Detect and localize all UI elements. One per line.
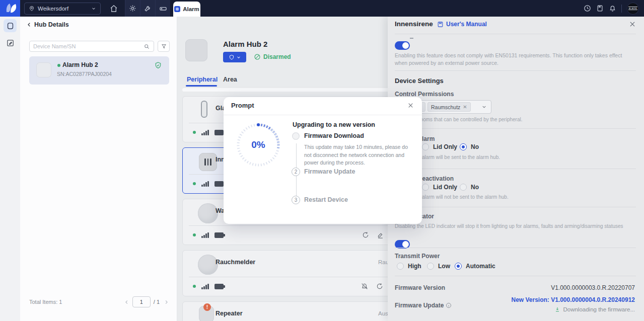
- funnel-icon: [161, 43, 167, 50]
- online-dot: [57, 64, 60, 67]
- rail-item-edit[interactable]: [4, 36, 17, 49]
- shield-icon: [229, 54, 235, 60]
- signal-strength-icon: [201, 284, 209, 289]
- home-button[interactable]: [107, 0, 121, 17]
- device-search: [29, 41, 154, 52]
- manual-icon: [437, 21, 444, 28]
- step-3-marker: 3: [292, 196, 300, 204]
- active-tab-underline: [186, 85, 217, 87]
- filter-button[interactable]: [158, 41, 170, 52]
- prev-page-button[interactable]: [124, 299, 129, 305]
- en50131-note: Enabling this feature does not comply wi…: [395, 52, 635, 67]
- tamper-alarm-option-lid-only[interactable]: Lid Only: [422, 143, 457, 150]
- history-button[interactable]: [584, 5, 591, 12]
- status-label: Disarmed: [263, 53, 291, 60]
- tamper-alarm-option-no[interactable]: No: [460, 143, 479, 150]
- users-manual-link[interactable]: User's Manual: [437, 21, 487, 28]
- glassbreak-sensor-icon: [201, 101, 207, 118]
- step-1-description: This update may take 10 minutes, please …: [304, 143, 413, 167]
- avatar[interactable]: ALARM: [627, 3, 639, 15]
- led-indicator-helper: Disabling the LED indicator will stop it…: [395, 223, 623, 229]
- online-dot: [193, 131, 196, 134]
- progress-ring: 0%: [235, 121, 282, 169]
- bell-icon: [609, 5, 616, 12]
- hub-card-sn: SN:AC02877PAJ00204: [57, 71, 112, 77]
- remote-control-button[interactable]: [155, 0, 170, 17]
- transmit-power-label: Transmit Power: [395, 253, 440, 260]
- settings-button[interactable]: [125, 0, 140, 17]
- external-power-toggle[interactable]: [395, 41, 410, 50]
- tab-peripheral[interactable]: Peripheral: [187, 76, 218, 83]
- radio-icon: [397, 263, 404, 270]
- close-icon: [629, 21, 636, 28]
- dialog-close-button[interactable]: [407, 102, 414, 109]
- test-timer-icon[interactable]: [376, 282, 384, 290]
- radio-icon-selected: [455, 263, 462, 270]
- water-detector-icon: [198, 203, 218, 223]
- edit-icon[interactable]: [377, 231, 384, 239]
- firmware-new-version[interactable]: New Version: V1.000.0000004.0.R.20240912: [511, 296, 635, 303]
- search-icon[interactable]: [144, 43, 150, 50]
- divider: [395, 34, 636, 34]
- firmware-upgrade-dialog: Prompt 0% Upgrading to a new version Fir…: [224, 97, 422, 224]
- hub-thumbnail: [36, 62, 51, 77]
- total-items-label: Total Items: 1: [29, 299, 62, 305]
- arm-mode-button[interactable]: [223, 52, 246, 62]
- device-settings-heading: Device Settings: [395, 77, 444, 85]
- online-dot: [193, 233, 196, 236]
- tab-area[interactable]: Area: [223, 76, 237, 83]
- logs-button[interactable]: [596, 5, 604, 12]
- dialog-divider: [224, 115, 422, 115]
- edit-square-icon: [6, 39, 15, 47]
- divider: [395, 128, 636, 129]
- page-input[interactable]: [132, 296, 151, 307]
- peripheral-settings-drawer: Innensirene User's Manual Enabling this …: [388, 17, 644, 321]
- location-label: Weikersdorf: [38, 6, 68, 12]
- transmit-power-option-automatic[interactable]: Automatic: [455, 263, 495, 270]
- remove-tag-button[interactable]: ✕: [463, 104, 467, 110]
- siren-icon: [199, 153, 217, 171]
- radio-icon: [422, 184, 429, 191]
- tools-button[interactable]: [140, 0, 155, 17]
- power-toggle-label-dash: [410, 38, 413, 39]
- notifications-button[interactable]: [609, 5, 616, 12]
- test-timer-icon[interactable]: [362, 231, 370, 239]
- chevron-left-icon: [26, 22, 32, 28]
- back-link[interactable]: Hub Details: [26, 21, 69, 28]
- hub-image: [185, 39, 207, 61]
- hub-list-panel: Hub Details Alarm Hub 2 SN:AC02877PAJ002…: [20, 17, 177, 321]
- disarmed-icon: [254, 53, 261, 60]
- transmit-power-option-high[interactable]: High: [397, 263, 421, 270]
- mute-bell-icon[interactable]: [361, 282, 369, 290]
- control-permissions-label: Control Permissions: [395, 91, 454, 98]
- chevron-down-icon: [481, 104, 487, 110]
- search-input[interactable]: [33, 43, 140, 49]
- rail-item-devices[interactable]: [4, 19, 17, 32]
- radio-icon: [422, 143, 429, 150]
- hub-card[interactable]: Alarm Hub 2 SN:AC02877PAJ00204: [29, 56, 169, 85]
- info-icon: [446, 302, 452, 308]
- next-page-button[interactable]: [164, 299, 169, 305]
- gear-icon: [129, 5, 136, 12]
- drawer-close-button[interactable]: [629, 21, 636, 28]
- firmware-update-label: Firmware Update: [395, 302, 452, 309]
- step-2-title: Firmware Update: [304, 168, 355, 175]
- step-1-marker: [292, 132, 300, 140]
- close-icon: [407, 102, 414, 109]
- top-bar: Weikersdorf Alarm ALARM: [0, 0, 644, 17]
- remote-icon: [159, 5, 167, 13]
- tab-alarm[interactable]: Alarm: [173, 2, 200, 17]
- pin-icon: [29, 6, 35, 12]
- page-count-label: / 1: [154, 299, 160, 305]
- hub-device-icon: [6, 22, 15, 30]
- tamper-deactivation-option-lid-only[interactable]: Lid Only: [422, 184, 457, 191]
- transmit-power-option-low[interactable]: Low: [427, 263, 450, 270]
- progress-percent: 0%: [235, 121, 282, 169]
- topbar-divider: [621, 5, 622, 13]
- tamper-deactivation-option-no[interactable]: No: [460, 184, 479, 191]
- step-2-marker: 2: [292, 168, 300, 176]
- home-icon: [110, 5, 118, 13]
- tab-alarm-label: Alarm: [183, 6, 199, 12]
- location-selector[interactable]: Weikersdorf: [24, 3, 101, 15]
- divider: [395, 169, 636, 169]
